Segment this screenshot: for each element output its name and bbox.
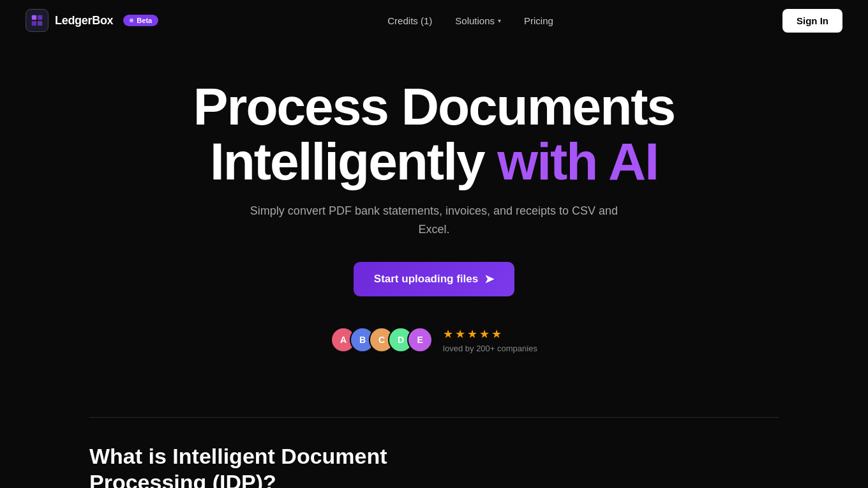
beta-badge: Beta <box>123 15 158 26</box>
nav-solutions[interactable]: Solutions ▾ <box>455 15 501 26</box>
nav-credits[interactable]: Credits (1) <box>387 15 432 26</box>
hero-subtitle: Simply convert PDF bank statements, invo… <box>243 202 625 239</box>
svg-rect-0 <box>32 15 36 20</box>
upload-files-button[interactable]: Start uploading files ➤ <box>354 262 514 296</box>
star-icon: ★ <box>491 327 502 341</box>
hero-title-line2: Intelligently with AI <box>193 134 675 189</box>
hero-title-white-part: Intelligently <box>210 132 484 190</box>
bottom-section: What is Intelligent Document Processing … <box>0 418 868 488</box>
social-proof: A B C D E ★ ★ ★ ★ ★ loved by 200+ compan… <box>331 327 537 353</box>
avatar: E <box>407 327 433 353</box>
hero-title-line1: Process Documents <box>193 79 675 134</box>
hero-section: Process Documents Intelligently with AI … <box>0 41 868 379</box>
social-proof-text: ★ ★ ★ ★ ★ loved by 200+ companies <box>443 327 537 353</box>
stars-row: ★ ★ ★ ★ ★ <box>443 327 502 341</box>
chevron-down-icon: ▾ <box>498 17 501 24</box>
star-icon: ★ <box>455 327 465 341</box>
avatars-row: A B C D E <box>331 327 433 353</box>
logo-icon <box>26 9 49 32</box>
nav-pricing[interactable]: Pricing <box>524 15 553 26</box>
arrow-right-icon: ➤ <box>484 272 494 286</box>
bottom-title: What is Intelligent Document Processing … <box>89 443 472 488</box>
star-icon: ★ <box>479 327 490 341</box>
logo-text: LedgerBox <box>55 14 113 27</box>
star-icon: ★ <box>467 327 477 341</box>
nav-left: LedgerBox Beta <box>26 9 158 32</box>
star-icon: ★ <box>443 327 453 341</box>
svg-rect-1 <box>38 15 42 20</box>
navbar: LedgerBox Beta Credits (1) Solutions ▾ P… <box>0 0 868 41</box>
hero-title: Process Documents Intelligently with AI <box>193 79 675 189</box>
svg-rect-2 <box>32 21 36 26</box>
sign-in-button[interactable]: Sign In <box>782 9 842 33</box>
logo[interactable]: LedgerBox <box>26 9 113 32</box>
nav-right: Sign In <box>782 9 842 33</box>
nav-center: Credits (1) Solutions ▾ Pricing <box>387 15 553 26</box>
svg-rect-3 <box>38 21 42 26</box>
loved-by-text: loved by 200+ companies <box>443 344 537 353</box>
hero-title-purple-part: with AI <box>497 132 658 190</box>
